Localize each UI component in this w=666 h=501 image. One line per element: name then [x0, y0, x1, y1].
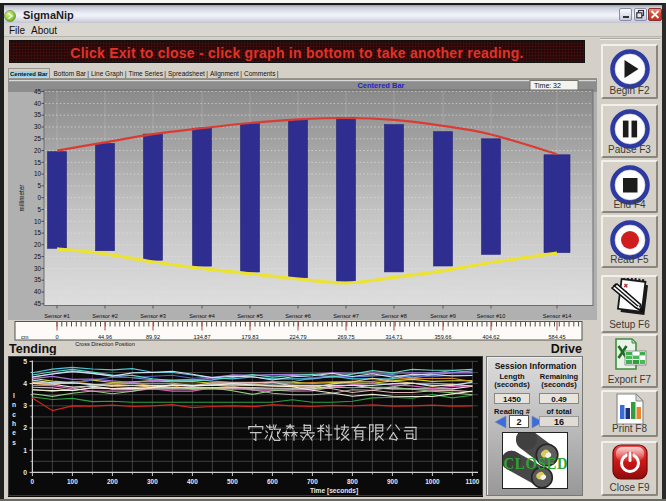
svg-text:32: 32 — [553, 82, 561, 89]
svg-text:25: 25 — [34, 253, 42, 260]
svg-text:1: 1 — [23, 447, 27, 454]
svg-text:900: 900 — [387, 478, 398, 485]
svg-text:15: 15 — [34, 159, 42, 166]
svg-text:Sensor #3: Sensor #3 — [140, 313, 166, 319]
svg-text:Sensor #9: Sensor #9 — [430, 313, 456, 319]
svg-text:30: 30 — [34, 265, 42, 272]
svg-text:Sensor #10: Sensor #10 — [477, 313, 506, 319]
svg-text:700: 700 — [307, 478, 318, 485]
svg-text:2: 2 — [23, 424, 27, 431]
svg-text:89.92: 89.92 — [146, 334, 160, 340]
svg-text:10: 10 — [34, 170, 42, 177]
svg-text:n: n — [12, 401, 16, 408]
svg-text:40: 40 — [34, 100, 42, 107]
svg-text:0: 0 — [31, 478, 35, 485]
svg-text:Sensor #7: Sensor #7 — [333, 313, 359, 319]
svg-text:Drive: Drive — [551, 342, 582, 356]
svg-text:35: 35 — [34, 111, 42, 118]
svg-text:200: 200 — [107, 478, 118, 485]
svg-text:30: 30 — [34, 123, 42, 130]
svg-text:Time [seconds]: Time [seconds] — [310, 487, 358, 495]
svg-text:5: 5 — [37, 182, 41, 189]
svg-text:h: h — [12, 420, 16, 427]
svg-text:0: 0 — [23, 469, 27, 476]
svg-text:Time:: Time: — [534, 82, 551, 89]
svg-text:45: 45 — [34, 88, 42, 95]
svg-text:10: 10 — [34, 218, 42, 225]
svg-text:584.45: 584.45 — [548, 334, 565, 340]
svg-text:0: 0 — [37, 194, 41, 201]
svg-text:5: 5 — [23, 358, 27, 365]
svg-text:Cross Direction Position: Cross Direction Position — [75, 341, 135, 347]
svg-text:4: 4 — [23, 380, 27, 387]
svg-text:1000: 1000 — [425, 478, 440, 485]
svg-text:400: 400 — [187, 478, 198, 485]
svg-text:314.71: 314.71 — [385, 334, 402, 340]
svg-text:15: 15 — [34, 229, 42, 236]
svg-text:Sensor #6: Sensor #6 — [285, 313, 311, 319]
svg-text:CLOSED: CLOSED — [504, 455, 569, 472]
svg-text:Sensor #8: Sensor #8 — [381, 313, 407, 319]
svg-text:44.96: 44.96 — [98, 334, 112, 340]
svg-text:0: 0 — [55, 334, 58, 340]
svg-text:Sensor #4: Sensor #4 — [189, 313, 215, 319]
svg-text:Sensor #2: Sensor #2 — [92, 313, 118, 319]
svg-text:5: 5 — [37, 206, 41, 213]
svg-text:500: 500 — [227, 478, 238, 485]
svg-text:s: s — [12, 439, 16, 446]
svg-text:20: 20 — [34, 241, 42, 248]
svg-text:20: 20 — [34, 147, 42, 154]
svg-text:Sensor #5: Sensor #5 — [237, 313, 263, 319]
svg-text:3: 3 — [23, 402, 27, 409]
svg-text:Centered Bar: Centered Bar — [357, 81, 404, 90]
svg-text:Sensor #14: Sensor #14 — [543, 313, 572, 319]
svg-text:300: 300 — [147, 478, 158, 485]
svg-text:cm: cm — [21, 334, 29, 340]
svg-text:25: 25 — [34, 135, 42, 142]
svg-text:e: e — [12, 429, 16, 436]
svg-text:404.62: 404.62 — [482, 334, 499, 340]
svg-text:269.75: 269.75 — [337, 334, 354, 340]
svg-text:800: 800 — [347, 478, 358, 485]
svg-text:I: I — [13, 392, 15, 399]
svg-text:45: 45 — [34, 300, 42, 307]
svg-text:134.87: 134.87 — [193, 334, 210, 340]
svg-text:Tending: Tending — [9, 342, 57, 356]
svg-text:359.66: 359.66 — [434, 334, 451, 340]
svg-text:Sensor #1: Sensor #1 — [44, 313, 70, 319]
svg-text:c: c — [12, 411, 16, 418]
svg-text:224.79: 224.79 — [289, 334, 306, 340]
svg-text:35: 35 — [34, 276, 42, 283]
svg-text:1100: 1100 — [465, 478, 479, 485]
svg-text:millimeter: millimeter — [18, 185, 25, 212]
svg-text:100: 100 — [67, 478, 78, 485]
svg-text:40: 40 — [34, 288, 42, 295]
svg-text:179.83: 179.83 — [241, 334, 258, 340]
svg-text:600: 600 — [267, 478, 278, 485]
